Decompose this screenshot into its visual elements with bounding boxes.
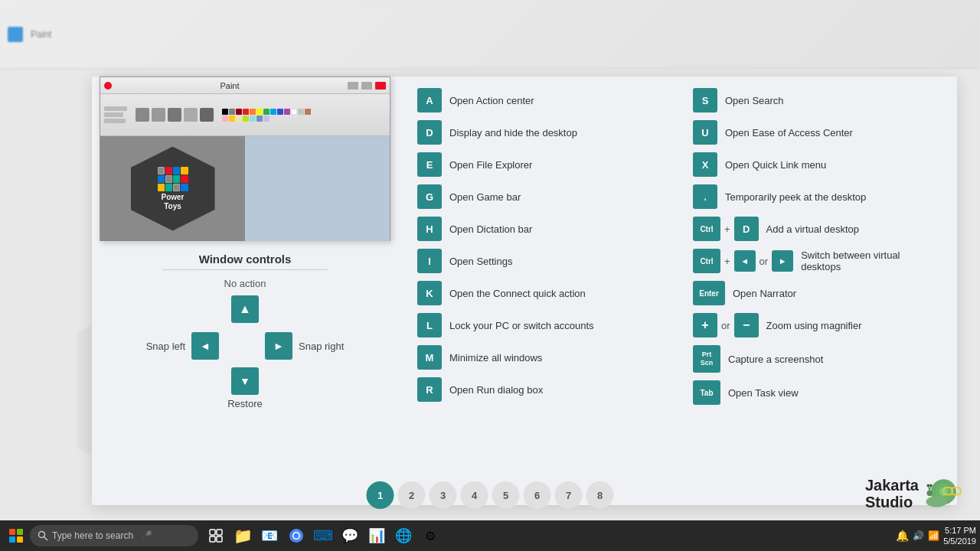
page-btn-4[interactable]: 4 [461, 481, 488, 509]
window-controls-section: Window controls No action ▲ Snap left ◄ … [92, 241, 398, 421]
shortcut-row-comma: , Temporarily peek at the desktop [693, 184, 938, 209]
key-left-arrow: ◄ [734, 250, 756, 272]
teams-icon[interactable]: 💬 [338, 523, 362, 548]
page-btn-3[interactable]: 3 [430, 481, 457, 509]
shortcut-row-m: M Minimize all windows [417, 345, 662, 370]
key-e: E [417, 152, 442, 177]
key-s: S [693, 88, 717, 112]
snap-left-button[interactable]: ◄ [191, 332, 219, 360]
desc-prtsc: Capture a screenshot [728, 354, 823, 365]
key-u: U [693, 120, 717, 145]
desc-h: Open Dictation bar [449, 223, 532, 235]
start-button[interactable] [4, 523, 28, 548]
key-prtsc: PrtScn [693, 345, 720, 373]
clock-time: 5:17 PM [943, 525, 976, 536]
jakarta-line1: Jakarta [865, 477, 919, 494]
taskbar-apps: 📁 📧 ⌨ 💬 📊 🌐 ⚙ [204, 523, 443, 548]
page-btn-8[interactable]: 8 [586, 481, 614, 509]
restore-button[interactable]: ▼ [231, 367, 259, 395]
center-action-button[interactable]: ▲ [231, 295, 259, 323]
shortcut-row-r: R Open Run dialog box [417, 377, 662, 402]
key-d2: D [734, 217, 759, 241]
color-palette [222, 109, 314, 122]
key-enter: Enter [693, 281, 725, 305]
desc-ctrl-arrows: Switch between virtual desktops [801, 249, 938, 272]
main-overlay: Paint [92, 77, 957, 505]
plus-sign-2: + [724, 256, 730, 267]
shortcuts-left-col: A Open Action center D Display and hide … [417, 88, 662, 494]
page-buttons: 1 2 3 4 5 6 7 8 [367, 481, 614, 509]
key-tab: Tab [693, 380, 720, 405]
key-k: K [417, 281, 442, 305]
app7-icon[interactable]: 🌐 [391, 523, 416, 548]
powertoys-taskbar-icon[interactable]: ⚙ [418, 523, 443, 548]
file-explorer-icon[interactable]: 📁 [230, 523, 255, 548]
taskbar-search-box[interactable]: Type here to search 🎤 [30, 525, 198, 546]
desc-r: Open Run dialog box [449, 384, 543, 396]
left-panel: Paint [92, 77, 398, 505]
shortcut-row-enter: Enter Open Narrator [693, 281, 938, 305]
snail-icon [923, 472, 965, 514]
page-btn-1[interactable]: 1 [367, 481, 394, 509]
combo-plusminus: + or − [693, 313, 759, 337]
key-comma: , [693, 184, 717, 209]
shortcut-row-g: G Open Game bar [417, 184, 662, 209]
desc-comma: Temporarily peek at the desktop [725, 191, 866, 203]
paint-ribbon [100, 94, 390, 136]
page-btn-5[interactable]: 5 [492, 481, 520, 509]
task-view-button[interactable] [204, 523, 228, 548]
system-tray: 🔔 🔊 📶 5:17 PM 5/5/2019 [896, 525, 976, 547]
desc-d: Display and hide the desktop [449, 127, 577, 139]
svg-point-7 [927, 484, 930, 487]
desc-m: Minimize all windows [449, 352, 542, 364]
or-text-1: or [760, 256, 769, 267]
combo-ctrl-arrows: Ctrl + ◄ or ► [693, 249, 793, 273]
outlook-icon[interactable]: 📧 [257, 523, 282, 548]
shortcut-row-e: E Open File Explorer [417, 152, 662, 177]
page-btn-7[interactable]: 7 [555, 481, 583, 509]
powerpoint-icon[interactable]: 📊 [364, 523, 389, 548]
shortcut-row-plusminus: + or − Zoom using magnifier [693, 313, 938, 337]
background-app-bar: Paint [0, 0, 980, 69]
tray-icon-1: 🔔 [896, 530, 909, 542]
controls-divider [162, 269, 328, 270]
shortcuts-right-col: S Open Search U Open Ease of Access Cent… [693, 88, 938, 494]
key-g: G [417, 184, 442, 209]
key-a: A [417, 88, 442, 112]
svg-point-8 [929, 484, 933, 487]
paint-title: Paint [112, 81, 348, 90]
snap-right-button[interactable]: ► [265, 332, 292, 360]
svg-line-13 [44, 537, 48, 541]
vscode-icon[interactable]: ⌨ [311, 523, 335, 548]
shortcut-row-d: D Display and hide the desktop [417, 120, 662, 145]
desc-k: Open the Connect quick action [449, 288, 586, 299]
shortcut-row-ctrl-arrows: Ctrl + ◄ or ► Switch between virtual des… [693, 249, 938, 273]
page-btn-2[interactable]: 2 [398, 481, 426, 509]
snap-left-side: Snap left ◄ [146, 332, 219, 360]
snap-right-side: ► Snap right [265, 332, 344, 360]
snap-right-label: Snap right [299, 341, 344, 352]
key-m: M [417, 345, 442, 370]
shortcut-row-a: A Open Action center [417, 88, 662, 112]
clock-date: 5/5/2019 [943, 536, 976, 546]
desc-i: Open Settings [449, 256, 512, 267]
desc-enter: Open Narrator [733, 288, 796, 299]
desc-ctrl-d: Add a virtual desktop [766, 223, 859, 235]
svg-point-4 [927, 491, 933, 496]
svg-rect-17 [217, 536, 222, 542]
shortcut-row-k: K Open the Connect quick action [417, 281, 662, 305]
desc-tab: Open Task view [728, 387, 799, 399]
key-right-arrow: ► [772, 250, 793, 272]
desc-x: Open Quick Link menu [725, 159, 826, 171]
desc-a: Open Action center [449, 95, 534, 106]
desc-l: Lock your PC or switch accounts [449, 320, 594, 331]
svg-rect-14 [210, 530, 215, 535]
key-x: X [693, 152, 717, 177]
key-h: H [417, 217, 442, 241]
svg-rect-16 [210, 536, 215, 542]
page-btn-6[interactable]: 6 [524, 481, 551, 509]
restore-section: ▼ Restore [107, 367, 383, 409]
search-placeholder-text: Type here to search [52, 530, 133, 541]
chrome-icon[interactable] [284, 523, 309, 548]
right-panel: A Open Action center D Display and hide … [398, 77, 957, 505]
